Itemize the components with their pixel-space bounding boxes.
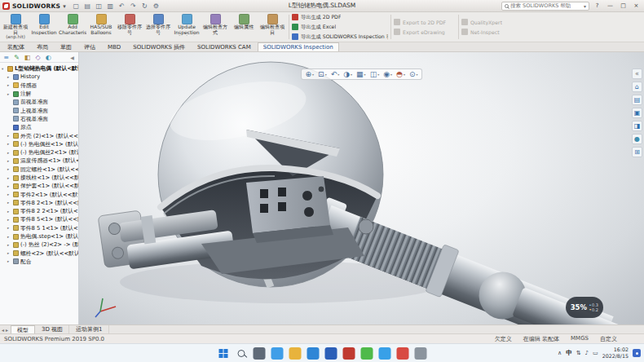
settings-button[interactable] — [415, 347, 427, 360]
solidworks-resources-icon[interactable] — [632, 82, 642, 92]
tree-item[interactable]: ▸ 传感器 — [0, 82, 78, 90]
status-under-defined[interactable]: 欠定义 — [495, 335, 512, 343]
tree-item[interactable]: ▸ (-) 热电偶丝<1> (默认<<默认>_显示状态) — [0, 140, 78, 148]
performance-badge[interactable]: 35% 0.3 0.2 — [566, 297, 603, 318]
section-view-icon[interactable] — [343, 70, 352, 78]
tree-expand-icon[interactable]: ▸ — [7, 92, 11, 96]
input-method-indicator[interactable]: 中 — [566, 349, 572, 357]
tree-item[interactable]: 原点 — [0, 123, 78, 131]
tree-item[interactable]: ▸ 保护套<1> (默认<<默认>_显示状态-1) — [0, 182, 78, 190]
new-file-icon[interactable] — [72, 2, 81, 11]
search-button[interactable] — [236, 347, 248, 360]
tree-item[interactable]: ▸ 零件8 5 1<1> (默认<<默认>_显示状态) — [0, 224, 78, 232]
taskbar-clock[interactable]: 16:02 2022/8/15 — [602, 347, 629, 359]
tree-expand-icon[interactable]: ▸ — [7, 176, 11, 180]
doc-tabs-next-icon[interactable] — [6, 327, 8, 333]
tree-item[interactable]: ▸ 螺栓<2> (默认<<默认>_显示状态-1) — [0, 249, 78, 258]
dimxpert-tab-icon[interactable] — [33, 53, 42, 62]
select-balloon-button[interactable]: 选择零件序号 — [144, 13, 172, 41]
panel-collapse-icon[interactable] — [68, 53, 77, 62]
search-input[interactable] — [510, 2, 582, 9]
edit-inspection-project-button[interactable]: 编辑检查项目 — [258, 13, 286, 41]
tree-item[interactable]: ▸ 零件8 2 2<1> (默认<<默认>_显示状态) — [0, 207, 78, 215]
balloons-button[interactable]: HAS/SUB Balloons — [87, 13, 115, 41]
qq-button[interactable] — [379, 347, 391, 360]
menu-expand-arrow-icon[interactable] — [63, 2, 66, 10]
propertymanager-tab-icon[interactable] — [12, 53, 21, 62]
tab-mbd[interactable]: MBD — [102, 42, 126, 51]
tree-item[interactable]: ▸ 注解 — [0, 90, 78, 98]
tree-expand-icon[interactable]: ▸ — [7, 235, 11, 239]
display-style-icon[interactable] — [370, 70, 380, 78]
status-unit-system[interactable]: MMGS — [571, 335, 589, 343]
featuremanager-tab-icon[interactable] — [2, 53, 11, 62]
media-app-button[interactable] — [397, 347, 409, 360]
view-settings-icon[interactable] — [409, 70, 418, 78]
tab-assembly[interactable]: 装配体 — [2, 42, 30, 51]
tree-expand-icon[interactable]: ▸ — [7, 167, 11, 171]
tab-evaluate[interactable]: 评估 — [78, 42, 101, 51]
tree-item[interactable]: ▾ L型铂铑热电偶 (默认<默认_显示状态-1>) — [0, 64, 78, 73]
export-excel-button[interactable]: 导出生成 Excel — [292, 23, 388, 31]
tree-item[interactable]: ▸ 零件8 2<1> (默认<<默认>_显示状态) — [0, 199, 78, 207]
tab-sketch[interactable]: 草图 — [55, 42, 77, 51]
solidworks-app-button[interactable] — [343, 347, 355, 360]
tree-item[interactable]: 前视基准面 — [0, 98, 78, 106]
tree-expand-icon[interactable]: ▸ — [7, 259, 11, 263]
collapse-task-pane-icon[interactable] — [632, 68, 642, 79]
start-button[interactable] — [218, 347, 230, 360]
edit-inspection-button[interactable]: Edit Inspection — [30, 13, 58, 41]
rebuild-icon[interactable] — [140, 2, 149, 11]
3d-viewport[interactable]: 35% 0.3 0.2 — [79, 52, 644, 324]
options-icon[interactable] — [152, 2, 161, 11]
save-icon[interactable] — [95, 2, 104, 11]
tree-expand-icon[interactable]: ▸ — [7, 201, 11, 205]
fastener[interactable] — [359, 219, 373, 234]
hidden-icons-chevron-icon[interactable] — [558, 350, 562, 356]
tree-expand-icon[interactable]: ▸ — [7, 134, 11, 138]
edit-appearance-icon[interactable] — [396, 70, 405, 78]
appearances-icon[interactable] — [632, 134, 642, 144]
help-button[interactable]: ? — [592, 2, 602, 11]
displaymanager-tab-icon[interactable] — [44, 53, 53, 62]
zoom-fit-icon[interactable] — [306, 70, 315, 78]
print-icon[interactable] — [106, 2, 115, 11]
tree-expand-icon[interactable]: ▸ — [7, 151, 11, 155]
file-explorer-pane-icon[interactable] — [632, 108, 642, 118]
tree-item[interactable]: ▸ 外壳 (2)<1> (默认<<默认>_显示状态-1>) — [0, 131, 78, 139]
status-custom[interactable]: 自定义 — [600, 335, 617, 343]
edit-inspection-method-button[interactable]: 编辑检查方式 — [201, 13, 229, 41]
hide-show-icon[interactable] — [383, 70, 392, 78]
file-explorer-button[interactable] — [289, 347, 302, 360]
configurationmanager-tab-icon[interactable] — [23, 53, 32, 62]
office-app-button[interactable] — [325, 347, 337, 360]
tree-expand-icon[interactable]: ▸ — [7, 159, 11, 163]
tree-item[interactable]: ▸ (-) 热丝 (2)<2> -> (默认<<默认>_显示状态) — [0, 241, 78, 249]
remove-balloon-button[interactable]: 移除零件序号 — [116, 13, 143, 41]
edit-properties-button[interactable]: 编辑属性 — [230, 13, 258, 41]
minimize-button[interactable]: — — [605, 2, 615, 11]
wechat-button[interactable] — [361, 347, 373, 360]
doc-tab-3d-views[interactable]: 3D 视图 — [36, 325, 69, 333]
tab-solidworks-addins[interactable]: SOLIDWORKS 插件 — [127, 42, 191, 51]
tree-item[interactable]: 上视基准面 — [0, 106, 78, 114]
notification-center-button[interactable] — [633, 349, 641, 357]
viewport-canvas[interactable] — [79, 52, 644, 324]
tree-expand-icon[interactable]: ▸ — [7, 184, 11, 188]
maximize-button[interactable]: □ — [618, 2, 629, 11]
tree-expand-icon[interactable]: ▸ — [7, 75, 11, 79]
open-file-icon[interactable] — [83, 2, 92, 11]
battery-icon[interactable] — [593, 350, 598, 356]
tree-item[interactable]: 右视基准面 — [0, 115, 78, 123]
previous-view-icon[interactable] — [331, 70, 340, 78]
tree-expand-icon[interactable]: ▸ — [7, 243, 11, 247]
close-button[interactable]: × — [631, 2, 642, 11]
edge-browser-button[interactable] — [307, 347, 320, 360]
widgets-button[interactable] — [271, 347, 284, 360]
view-orientation-icon[interactable] — [356, 70, 366, 78]
network-icon[interactable] — [576, 350, 581, 356]
tree-expand-icon[interactable]: ▸ — [7, 210, 11, 214]
export-2d-pdf-button[interactable]: 导出生成 2D PDF — [292, 13, 388, 21]
tab-solidworks-inspection[interactable]: SOLIDWORKS Inspection — [258, 42, 339, 51]
tree-item[interactable]: ▸ History — [0, 73, 78, 81]
